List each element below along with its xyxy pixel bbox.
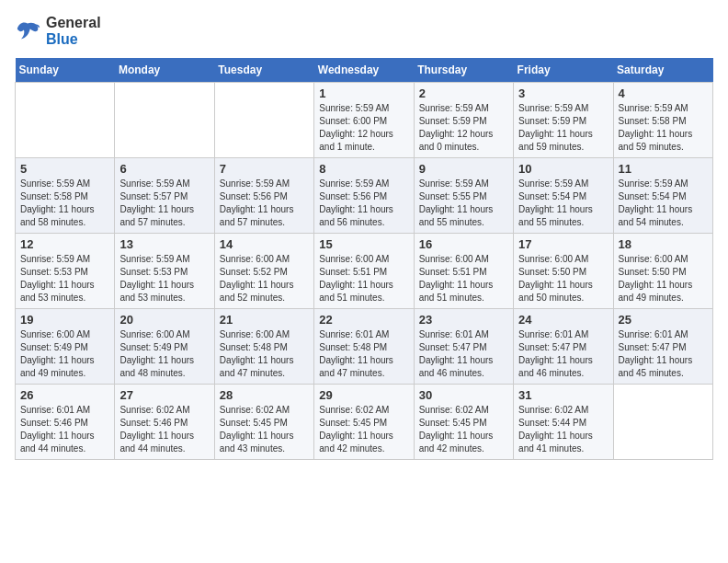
sunset-text: Sunset: 5:47 PM [518,341,608,354]
header-cell-wednesday: Wednesday [314,58,414,83]
calendar-week-1: 1 Sunrise: 5:59 AM Sunset: 6:00 PM Dayli… [16,83,713,158]
sunset-text: Sunset: 5:59 PM [419,115,508,128]
calendar-cell: 25 Sunrise: 6:01 AM Sunset: 5:47 PM Dayl… [613,309,712,385]
sunrise-text: Sunrise: 6:00 AM [619,253,708,266]
day-number: 3 [518,86,608,100]
sunrise-text: Sunrise: 6:00 AM [220,328,309,341]
daylight-text: Daylight: 11 hours and 42 minutes. [319,430,408,455]
logo-blue: Blue [46,31,78,47]
calendar-cell: 2 Sunrise: 5:59 AM Sunset: 5:59 PM Dayli… [414,83,513,158]
sunrise-text: Sunrise: 6:02 AM [419,404,508,417]
header-cell-sunday: Sunday [16,58,115,83]
sunrise-text: Sunrise: 5:59 AM [220,178,309,190]
cell-info: Sunrise: 5:59 AM Sunset: 5:56 PM Dayligh… [319,178,408,229]
calendar-cell: 21 Sunrise: 6:00 AM Sunset: 5:48 PM Dayl… [214,309,313,385]
sunset-text: Sunset: 5:54 PM [518,190,608,203]
sunrise-text: Sunrise: 5:59 AM [319,178,408,190]
sunrise-text: Sunrise: 6:00 AM [20,328,109,341]
day-number: 9 [419,162,508,176]
sunset-text: Sunset: 5:57 PM [119,190,209,203]
daylight-text: Daylight: 11 hours and 57 minutes. [220,203,309,229]
cell-info: Sunrise: 5:59 AM Sunset: 5:53 PM Dayligh… [20,253,109,304]
daylight-text: Daylight: 11 hours and 56 minutes. [319,203,408,229]
cell-info: Sunrise: 5:59 AM Sunset: 5:58 PM Dayligh… [619,102,708,154]
daylight-text: Daylight: 11 hours and 45 minutes. [619,354,708,380]
sunrise-text: Sunrise: 5:59 AM [518,102,608,115]
calendar-cell: 14 Sunrise: 6:00 AM Sunset: 5:52 PM Dayl… [214,234,313,309]
calendar-cell: 26 Sunrise: 6:01 AM Sunset: 5:46 PM Dayl… [16,385,115,460]
day-number: 11 [619,162,708,176]
day-number: 6 [119,162,209,176]
day-number: 18 [619,237,708,251]
sunset-text: Sunset: 5:58 PM [619,115,708,128]
sunset-text: Sunset: 5:50 PM [619,266,708,279]
logo: General Blue [15,15,101,47]
day-number: 15 [319,237,408,251]
calendar-cell: 18 Sunrise: 6:00 AM Sunset: 5:50 PM Dayl… [613,234,712,309]
day-number: 23 [419,313,508,327]
day-number: 24 [518,313,608,327]
cell-info: Sunrise: 6:02 AM Sunset: 5:45 PM Dayligh… [220,404,309,455]
daylight-text: Daylight: 11 hours and 51 minutes. [419,279,508,304]
sunrise-text: Sunrise: 6:01 AM [419,328,508,341]
sunrise-text: Sunrise: 6:02 AM [518,404,608,417]
cell-info: Sunrise: 5:59 AM Sunset: 5:55 PM Dayligh… [419,178,508,229]
cell-info: Sunrise: 5:59 AM Sunset: 6:00 PM Dayligh… [319,102,408,154]
calendar-cell: 13 Sunrise: 5:59 AM Sunset: 5:53 PM Dayl… [115,234,214,309]
cell-info: Sunrise: 5:59 AM Sunset: 5:58 PM Dayligh… [20,178,109,229]
calendar-week-3: 12 Sunrise: 5:59 AM Sunset: 5:53 PM Dayl… [16,234,713,309]
daylight-text: Daylight: 11 hours and 54 minutes. [619,203,708,229]
daylight-text: Daylight: 11 hours and 51 minutes. [319,279,408,304]
sunset-text: Sunset: 5:48 PM [220,341,309,354]
sunrise-text: Sunrise: 6:00 AM [319,253,408,266]
sunset-text: Sunset: 5:49 PM [119,341,209,354]
day-number: 5 [20,162,109,176]
sunrise-text: Sunrise: 6:00 AM [220,253,309,266]
calendar-cell [115,83,214,158]
sunset-text: Sunset: 5:49 PM [20,341,109,354]
calendar-week-2: 5 Sunrise: 5:59 AM Sunset: 5:58 PM Dayli… [16,158,713,234]
daylight-text: Daylight: 11 hours and 58 minutes. [20,203,109,229]
sunrise-text: Sunrise: 6:02 AM [220,404,309,417]
cell-info: Sunrise: 6:02 AM Sunset: 5:46 PM Dayligh… [119,404,209,455]
daylight-text: Daylight: 11 hours and 59 minutes. [518,128,608,154]
daylight-text: Daylight: 12 hours and 0 minutes. [419,128,508,154]
cell-info: Sunrise: 5:59 AM Sunset: 5:54 PM Dayligh… [619,178,708,229]
logo-general: General [46,15,101,30]
sunrise-text: Sunrise: 5:59 AM [119,178,209,190]
daylight-text: Daylight: 11 hours and 53 minutes. [20,279,109,304]
cell-info: Sunrise: 6:01 AM Sunset: 5:47 PM Dayligh… [619,328,708,380]
sunset-text: Sunset: 5:45 PM [419,417,508,430]
sunrise-text: Sunrise: 5:59 AM [619,178,708,190]
daylight-text: Daylight: 11 hours and 53 minutes. [119,279,209,304]
calendar-cell: 11 Sunrise: 5:59 AM Sunset: 5:54 PM Dayl… [613,158,712,234]
day-number: 14 [220,237,309,251]
calendar-body: 1 Sunrise: 5:59 AM Sunset: 6:00 PM Dayli… [16,83,713,460]
calendar-header: SundayMondayTuesdayWednesdayThursdayFrid… [16,58,713,83]
sunrise-text: Sunrise: 6:02 AM [319,404,408,417]
day-number: 27 [119,388,209,402]
cell-info: Sunrise: 6:02 AM Sunset: 5:45 PM Dayligh… [419,404,508,455]
sunrise-text: Sunrise: 6:00 AM [119,328,209,341]
sunrise-text: Sunrise: 5:59 AM [518,178,608,190]
cell-info: Sunrise: 5:59 AM Sunset: 5:53 PM Dayligh… [119,253,209,304]
day-number: 28 [220,388,309,402]
cell-info: Sunrise: 6:01 AM Sunset: 5:47 PM Dayligh… [419,328,508,380]
sunrise-text: Sunrise: 5:59 AM [119,253,209,266]
day-number: 20 [119,313,209,327]
day-number: 10 [518,162,608,176]
calendar-cell: 3 Sunrise: 5:59 AM Sunset: 5:59 PM Dayli… [514,83,613,158]
header-row: SundayMondayTuesdayWednesdayThursdayFrid… [16,58,713,83]
daylight-text: Daylight: 11 hours and 46 minutes. [419,354,508,380]
day-number: 8 [319,162,408,176]
header-cell-friday: Friday [514,58,613,83]
cell-info: Sunrise: 6:00 AM Sunset: 5:51 PM Dayligh… [419,253,508,304]
daylight-text: Daylight: 11 hours and 41 minutes. [518,430,608,455]
calendar-cell: 17 Sunrise: 6:00 AM Sunset: 5:50 PM Dayl… [514,234,613,309]
cell-info: Sunrise: 5:59 AM Sunset: 5:56 PM Dayligh… [220,178,309,229]
calendar-cell: 5 Sunrise: 5:59 AM Sunset: 5:58 PM Dayli… [16,158,115,234]
sunset-text: Sunset: 5:55 PM [419,190,508,203]
header-cell-saturday: Saturday [613,58,712,83]
daylight-text: Daylight: 11 hours and 55 minutes. [419,203,508,229]
sunrise-text: Sunrise: 5:59 AM [20,253,109,266]
